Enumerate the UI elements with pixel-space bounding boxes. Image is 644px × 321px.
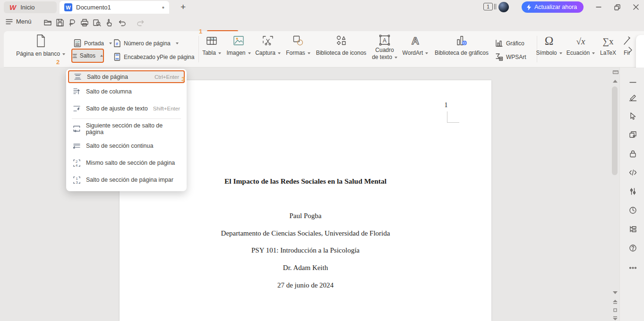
chart-button[interactable]: Gráfico <box>495 39 524 47</box>
text-box-icon: A <box>378 34 391 46</box>
wordart-icon: A <box>409 34 421 47</box>
equation-button[interactable]: √x Ecuación <box>565 34 596 56</box>
svg-text:4: 4 <box>76 163 77 167</box>
menu-item-column-break[interactable]: Salto de columna <box>66 83 187 100</box>
annotation-step-1: 1 <box>199 28 202 35</box>
symbol-button[interactable]: Ω Símbolo <box>534 34 564 56</box>
cursor-icon[interactable] <box>629 112 637 120</box>
chevron-up-icon <box>100 55 103 57</box>
next-page-button[interactable] <box>612 316 618 321</box>
code-icon[interactable] <box>629 169 637 177</box>
chevron-down-icon <box>218 52 221 54</box>
close-button[interactable] <box>631 2 641 12</box>
shapes-button[interactable]: Formas <box>282 34 315 56</box>
pen-icon[interactable] <box>629 93 637 101</box>
chevron-down-icon <box>248 52 251 54</box>
export-pdf-icon[interactable] <box>68 18 77 27</box>
ribbon-scroll-right-button[interactable] <box>627 46 633 54</box>
icon-library-icon <box>335 34 347 47</box>
new-tab-button[interactable]: + <box>180 2 186 12</box>
ruler-toggle-icon[interactable] <box>612 69 619 76</box>
image-button[interactable]: Imagen <box>222 34 255 56</box>
blank-page-button[interactable]: Página en blanco <box>12 34 69 57</box>
document-line: Dr. Adam Keith <box>120 264 491 272</box>
outline-tree-icon[interactable] <box>629 225 637 233</box>
breaks-button[interactable]: Saltos <box>71 49 104 63</box>
wpsart-button[interactable]: WPSArt <box>495 53 526 61</box>
menu-item-text-wrap-break[interactable]: Salto de ajuste de texto Shift+Enter <box>66 100 187 117</box>
cover-button[interactable]: Portada <box>74 39 112 47</box>
page-number-button[interactable]: # Número de página <box>113 39 179 47</box>
chevron-down-icon <box>109 42 112 44</box>
scroll-up-arrow[interactable] <box>612 79 618 83</box>
select-browse-object-button[interactable] <box>612 308 618 313</box>
redo-icon[interactable] <box>136 18 145 27</box>
restore-icon <box>614 4 620 10</box>
menu-separator <box>72 118 181 119</box>
open-file-icon[interactable] <box>43 18 52 27</box>
more-dots-icon[interactable] <box>629 264 637 272</box>
breaks-dropdown-menu: Salto de página Ctrl+Enter Salto de colu… <box>66 69 187 191</box>
menu-item-next-page-section-break[interactable]: Siguiente sección de salto de página <box>66 120 187 137</box>
home-tab[interactable]: W Inicio <box>4 1 57 13</box>
icon-library-button[interactable]: Biblioteca de iconos <box>313 34 369 56</box>
document-tab[interactable]: W Documento1 • <box>60 1 169 14</box>
menu-item-even-page-section-break[interactable]: 24 Mismo salto de sección de página <box>66 154 187 171</box>
vertical-scrollbar-thumb[interactable] <box>612 86 618 175</box>
update-now-button[interactable]: Actualizar ahora <box>522 1 584 13</box>
capture-button[interactable]: Captura <box>251 34 284 56</box>
page-break-icon <box>72 52 77 59</box>
chevron-down-icon <box>559 52 562 54</box>
header-footer-button[interactable]: Encabezado yPie de página <box>113 53 194 61</box>
menu-item-page-break[interactable]: Salto de página Ctrl+Enter <box>68 70 185 83</box>
svg-text:#: # <box>116 42 118 46</box>
page-number-icon: # <box>113 39 121 47</box>
chevron-down-icon <box>176 42 179 44</box>
minimize-button[interactable] <box>594 2 603 12</box>
close-windows-icon[interactable] <box>629 131 637 139</box>
hamburger-icon <box>6 19 13 25</box>
menu-item-odd-page-section-break[interactable]: 13 Salto de sección de página impar <box>66 171 187 188</box>
svg-text:A: A <box>383 37 386 44</box>
format-painter-icon[interactable] <box>105 18 113 27</box>
column-break-icon <box>73 88 81 95</box>
lock-icon[interactable] <box>629 150 637 158</box>
wordart-button[interactable]: A WordArt <box>400 34 431 56</box>
help-icon[interactable] <box>629 244 637 252</box>
print-preview-icon[interactable] <box>93 18 101 27</box>
writer-doc-icon: W <box>64 3 72 11</box>
wpsart-icon <box>495 53 503 61</box>
page-break-icon <box>74 73 82 80</box>
toolbar: Menú Inicio Insertar Diseño de página Re… <box>0 14 644 31</box>
undo-icon[interactable] <box>118 18 127 27</box>
home-tab-label: Inicio <box>20 4 34 11</box>
settings-sliders-icon[interactable] <box>629 187 637 195</box>
capture-icon <box>262 34 274 47</box>
window-count-badge[interactable]: 1 <box>483 3 493 10</box>
chart-library-button[interactable]: Biblioteca de gráficos <box>431 34 492 56</box>
text-box-button[interactable]: A Cuadrode texto <box>370 34 399 61</box>
restore-button[interactable] <box>612 2 622 12</box>
scroll-down-arrow[interactable] <box>612 291 618 295</box>
menu-button[interactable]: Menú <box>6 18 32 25</box>
print-icon[interactable] <box>80 18 89 27</box>
menu-item-continuous-section-break[interactable]: Salto de sección continua <box>66 137 187 154</box>
chevron-down-icon <box>425 52 428 54</box>
annotation-step-3: 3 <box>181 76 185 83</box>
sqrt-x-icon: √x <box>576 34 585 48</box>
next-page-section-icon <box>73 125 81 133</box>
even-page-section-icon: 24 <box>73 159 81 167</box>
blank-page-icon <box>34 34 47 48</box>
previous-page-button[interactable] <box>612 299 618 304</box>
lightning-icon <box>526 4 532 10</box>
history-clock-icon[interactable] <box>629 206 637 214</box>
document-line: Paul Pogba <box>120 212 491 220</box>
user-avatar[interactable] <box>498 2 509 12</box>
titlebar: W Inicio W Documento1 • + 1 Actualizar a… <box>0 0 644 14</box>
document-line: Departamento de Ciencias Sociales, Unive… <box>120 229 491 237</box>
latex-button[interactable]: ∑x LaTeX <box>597 34 619 56</box>
ribbon: Página en blanco Portada Saltos # Número… <box>4 31 644 68</box>
image-icon <box>232 34 245 47</box>
collapse-dash-icon[interactable] <box>629 78 637 86</box>
save-icon[interactable] <box>56 18 64 27</box>
